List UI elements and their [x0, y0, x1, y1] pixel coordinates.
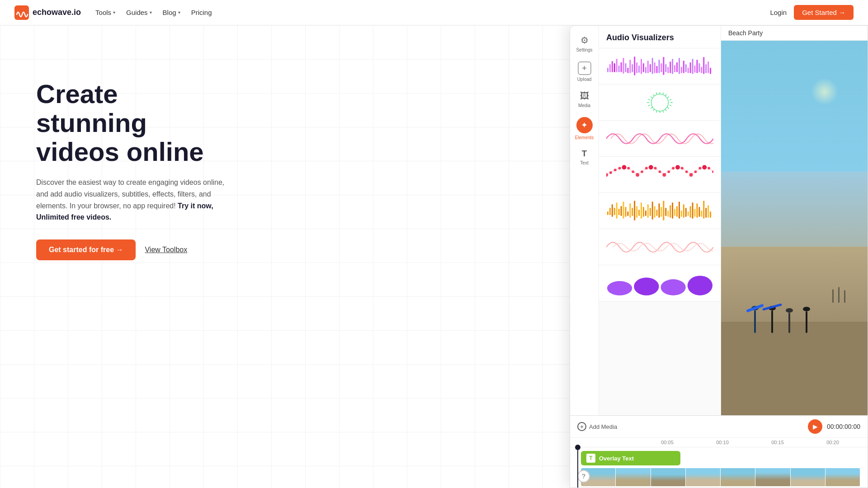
viz-circle-green[interactable]	[599, 84, 721, 121]
svg-rect-113	[692, 202, 693, 219]
video-segment-7	[791, 468, 826, 486]
sidebar: ⚙ Settings + Upload 🖼 Media ✦ Elements	[570, 26, 599, 415]
svg-rect-37	[688, 67, 689, 73]
svg-rect-112	[690, 206, 691, 218]
sidebar-item-media[interactable]: 🖼 Media	[570, 87, 599, 112]
svg-rect-95	[652, 202, 653, 220]
timeline: + Add Media ▶ 00:00:00:00 00:05 00:10 00…	[570, 415, 868, 488]
viz-sine-light-pink[interactable]	[599, 229, 721, 265]
panel-title: Audio Visualizers	[599, 26, 721, 48]
viz-sine-pink[interactable]	[599, 121, 721, 157]
video-segment-4	[686, 468, 721, 486]
nav-items: Tools ▾ Guides ▾ Blog ▾ Pricing	[95, 9, 212, 16]
viz-bumps-purple[interactable]	[599, 265, 721, 301]
svg-rect-100	[663, 201, 664, 220]
svg-rect-98	[659, 203, 660, 218]
svg-rect-46	[708, 61, 709, 73]
video-track[interactable]	[581, 468, 860, 486]
svg-rect-101	[665, 208, 666, 216]
svg-rect-23	[656, 66, 658, 73]
chevron-down-icon: ▾	[150, 10, 152, 15]
svg-rect-82	[623, 202, 624, 219]
sidebar-item-upload[interactable]: + Upload	[570, 58, 599, 85]
nav-pricing[interactable]: Pricing	[191, 9, 212, 16]
svg-point-123	[634, 277, 659, 296]
svg-rect-90	[641, 202, 642, 219]
help-button[interactable]: ?	[577, 470, 590, 483]
overlay-text-track[interactable]: T Overlay Text	[581, 451, 680, 465]
nav-tools[interactable]: Tools ▾	[95, 9, 115, 16]
svg-rect-78	[614, 208, 615, 215]
svg-rect-88	[636, 206, 637, 218]
audio-visualizers-panel: Audio Visualizers // We'll inline SVG ba…	[599, 26, 721, 415]
cta-primary-button[interactable]: Get started for free →	[36, 239, 136, 260]
ruler-mark-1: 00:05	[640, 440, 695, 445]
svg-rect-22	[654, 62, 656, 73]
svg-rect-94	[650, 208, 651, 216]
svg-rect-89	[638, 210, 640, 216]
svg-point-124	[660, 279, 685, 296]
svg-rect-43	[701, 66, 702, 73]
svg-rect-114	[694, 209, 696, 217]
svg-rect-13	[634, 56, 635, 75]
svg-rect-91	[643, 207, 644, 217]
sidebar-item-text[interactable]: T Text	[570, 145, 599, 169]
svg-rect-108	[681, 211, 682, 217]
svg-rect-107	[679, 202, 680, 219]
svg-rect-12	[632, 64, 633, 72]
login-button[interactable]: Login	[770, 9, 787, 16]
navbar: echowave.io Tools ▾ Guides ▾ Blog ▾ Pric…	[0, 0, 868, 25]
svg-rect-115	[696, 203, 698, 218]
svg-rect-11	[629, 60, 631, 73]
svg-rect-47	[710, 67, 711, 74]
play-button[interactable]: ▶	[808, 419, 822, 434]
svg-rect-76	[609, 208, 611, 215]
svg-rect-21	[652, 58, 653, 74]
video-segment-5	[721, 468, 755, 486]
svg-rect-25	[660, 63, 662, 72]
svg-rect-80	[618, 209, 620, 215]
viz-waveform-pink[interactable]: // We'll inline SVG bars manually	[599, 48, 721, 84]
nav-guides[interactable]: Guides ▾	[126, 9, 152, 16]
svg-rect-32	[676, 62, 678, 72]
cta-secondary-button[interactable]: View Toolbox	[145, 246, 187, 254]
svg-rect-4	[614, 63, 615, 72]
svg-point-125	[688, 276, 712, 295]
sidebar-item-settings[interactable]: ⚙ Settings	[570, 31, 599, 56]
upload-icon: +	[578, 61, 591, 75]
video-segment-3	[651, 468, 686, 486]
svg-rect-86	[632, 208, 633, 216]
svg-rect-24	[659, 60, 660, 73]
svg-rect-38	[690, 62, 691, 73]
svg-rect-16	[641, 59, 642, 74]
svg-point-48	[651, 94, 669, 111]
add-media-button[interactable]: + Add Media	[577, 422, 617, 431]
elements-icon: ✦	[576, 117, 593, 133]
viz-waveform-gold[interactable]	[599, 193, 721, 229]
svg-rect-118	[703, 201, 704, 219]
svg-rect-35	[683, 61, 684, 73]
svg-rect-44	[703, 57, 704, 74]
svg-rect-40	[694, 66, 696, 73]
svg-rect-36	[685, 64, 687, 72]
logo[interactable]: echowave.io	[14, 5, 81, 20]
svg-rect-30	[672, 59, 673, 74]
svg-rect-28	[667, 66, 669, 73]
media-icon: 🖼	[580, 91, 589, 101]
svg-rect-5	[616, 59, 618, 72]
hero-cta: Get started for free → View Toolbox	[36, 239, 235, 260]
sidebar-item-elements[interactable]: ✦ Elements	[570, 113, 599, 144]
chevron-down-icon: ▾	[113, 10, 115, 15]
hero-section: Create stunning videos online Discover t…	[0, 0, 868, 488]
svg-rect-27	[665, 64, 666, 72]
viz-dots-red[interactable]	[599, 157, 721, 193]
svg-rect-9	[625, 63, 626, 72]
nav-blog[interactable]: Blog ▾	[163, 9, 180, 16]
svg-rect-19	[647, 61, 649, 73]
svg-rect-39	[692, 59, 693, 74]
get-started-button[interactable]: Get Started →	[794, 5, 854, 20]
hero-content: Create stunning videos online Discover t…	[0, 25, 271, 287]
svg-rect-3	[612, 61, 613, 72]
timeline-controls: + Add Media ▶ 00:00:00:00	[570, 416, 868, 438]
svg-rect-102	[667, 211, 669, 217]
